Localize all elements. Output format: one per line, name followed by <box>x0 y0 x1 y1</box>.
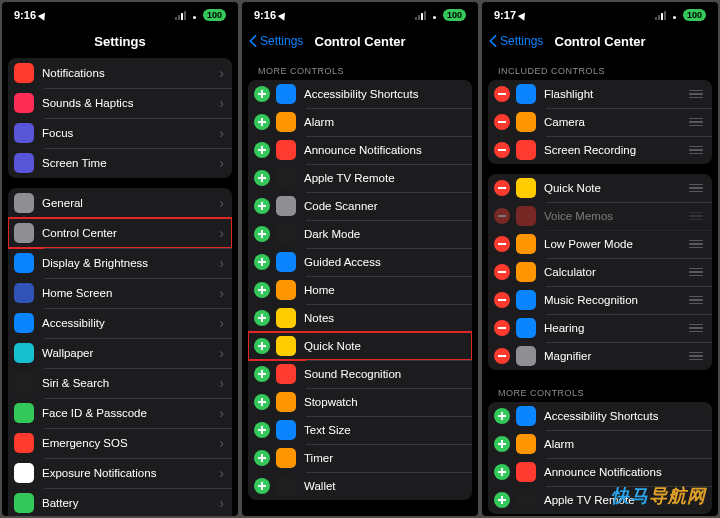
remove-icon[interactable] <box>494 292 510 308</box>
control-included-row[interactable]: Quick Note <box>488 174 712 202</box>
remove-icon[interactable] <box>494 142 510 158</box>
back-button[interactable]: Settings <box>488 34 543 48</box>
settings-row[interactable]: Face ID & Passcode› <box>8 398 232 428</box>
chevron-right-icon: › <box>219 285 224 301</box>
app-icon <box>516 318 536 338</box>
control-add-row[interactable]: Alarm <box>488 430 712 458</box>
control-add-row[interactable]: Apple TV Remote <box>488 486 712 514</box>
row-label: Focus <box>42 127 219 139</box>
settings-row[interactable]: Focus› <box>8 118 232 148</box>
remove-icon[interactable] <box>494 208 510 224</box>
drag-handle-icon[interactable] <box>688 296 704 305</box>
control-add-row[interactable]: Wallet <box>248 472 472 500</box>
back-button[interactable]: Settings <box>248 34 303 48</box>
add-icon[interactable] <box>494 436 510 452</box>
control-included-row[interactable]: Low Power Mode <box>488 230 712 258</box>
settings-row[interactable]: Siri & Search› <box>8 368 232 398</box>
settings-row[interactable]: Home Screen› <box>8 278 232 308</box>
add-icon[interactable] <box>254 450 270 466</box>
add-icon[interactable] <box>254 114 270 130</box>
add-icon[interactable] <box>254 394 270 410</box>
control-add-row[interactable]: Stopwatch <box>248 388 472 416</box>
add-icon[interactable] <box>254 142 270 158</box>
control-add-row[interactable]: Accessibility Shortcuts <box>488 402 712 430</box>
control-included-row[interactable]: Camera <box>488 108 712 136</box>
app-icon <box>14 193 34 213</box>
drag-handle-icon[interactable] <box>688 240 704 249</box>
control-add-row[interactable]: Quick Note <box>248 332 472 360</box>
add-icon[interactable] <box>494 408 510 424</box>
add-icon[interactable] <box>254 310 270 326</box>
add-icon[interactable] <box>254 366 270 382</box>
remove-icon[interactable] <box>494 114 510 130</box>
control-included-row[interactable]: Voice Memos <box>488 202 712 230</box>
row-label: Low Power Mode <box>544 238 688 250</box>
settings-row[interactable]: Screen Time› <box>8 148 232 178</box>
row-label: Control Center <box>42 227 219 239</box>
control-included-row[interactable]: Music Recognition <box>488 286 712 314</box>
remove-icon[interactable] <box>494 236 510 252</box>
app-icon <box>14 153 34 173</box>
row-label: Announce Notifications <box>304 144 464 156</box>
control-add-row[interactable]: Announce Notifications <box>248 136 472 164</box>
drag-handle-icon[interactable] <box>688 90 704 99</box>
add-icon[interactable] <box>254 226 270 242</box>
control-add-row[interactable]: Notes <box>248 304 472 332</box>
control-included-row[interactable]: Calculator <box>488 258 712 286</box>
drag-handle-icon[interactable] <box>688 146 704 155</box>
remove-icon[interactable] <box>494 86 510 102</box>
control-included-row[interactable]: Flashlight <box>488 80 712 108</box>
app-icon <box>14 223 34 243</box>
remove-icon[interactable] <box>494 264 510 280</box>
control-add-row[interactable]: Timer <box>248 444 472 472</box>
add-icon[interactable] <box>254 170 270 186</box>
settings-row[interactable]: Display & Brightness› <box>8 248 232 278</box>
settings-row[interactable]: Exposure Notifications› <box>8 458 232 488</box>
control-add-row[interactable]: Accessibility Shortcuts <box>248 80 472 108</box>
settings-row[interactable]: Sounds & Haptics› <box>8 88 232 118</box>
control-included-row[interactable]: Magnifier <box>488 342 712 370</box>
control-add-row[interactable]: Dark Mode <box>248 220 472 248</box>
row-label: Sounds & Haptics <box>42 97 219 109</box>
settings-row[interactable]: Notifications› <box>8 58 232 88</box>
control-add-row[interactable]: Code Scanner <box>248 192 472 220</box>
row-label: Apple TV Remote <box>544 494 704 506</box>
settings-row[interactable]: Control Center› <box>8 218 232 248</box>
control-add-row[interactable]: Sound Recognition <box>248 360 472 388</box>
app-icon <box>14 493 34 513</box>
control-add-row[interactable]: Text Size <box>248 416 472 444</box>
add-icon[interactable] <box>254 254 270 270</box>
drag-handle-icon[interactable] <box>688 268 704 277</box>
drag-handle-icon[interactable] <box>688 352 704 361</box>
row-label: Hearing <box>544 322 688 334</box>
app-icon <box>276 84 296 104</box>
remove-icon[interactable] <box>494 348 510 364</box>
add-icon[interactable] <box>254 86 270 102</box>
add-icon[interactable] <box>254 198 270 214</box>
control-add-row[interactable]: Guided Access <box>248 248 472 276</box>
add-icon[interactable] <box>494 492 510 508</box>
control-add-row[interactable]: Apple TV Remote <box>248 164 472 192</box>
drag-handle-icon[interactable] <box>688 118 704 127</box>
control-included-row[interactable]: Screen Recording <box>488 136 712 164</box>
settings-row[interactable]: Emergency SOS› <box>8 428 232 458</box>
remove-icon[interactable] <box>494 320 510 336</box>
settings-row[interactable]: Accessibility› <box>8 308 232 338</box>
control-add-row[interactable]: Announce Notifications <box>488 458 712 486</box>
control-included-row[interactable]: Hearing <box>488 314 712 342</box>
settings-row[interactable]: Battery› <box>8 488 232 516</box>
remove-icon[interactable] <box>494 180 510 196</box>
add-icon[interactable] <box>254 282 270 298</box>
control-add-row[interactable]: Alarm <box>248 108 472 136</box>
app-icon <box>276 448 296 468</box>
add-icon[interactable] <box>254 338 270 354</box>
drag-handle-icon[interactable] <box>688 184 704 193</box>
add-icon[interactable] <box>254 478 270 494</box>
settings-row[interactable]: General› <box>8 188 232 218</box>
add-icon[interactable] <box>494 464 510 480</box>
drag-handle-icon[interactable] <box>688 324 704 333</box>
settings-row[interactable]: Wallpaper› <box>8 338 232 368</box>
control-add-row[interactable]: Home <box>248 276 472 304</box>
drag-handle-icon[interactable] <box>688 212 704 221</box>
add-icon[interactable] <box>254 422 270 438</box>
